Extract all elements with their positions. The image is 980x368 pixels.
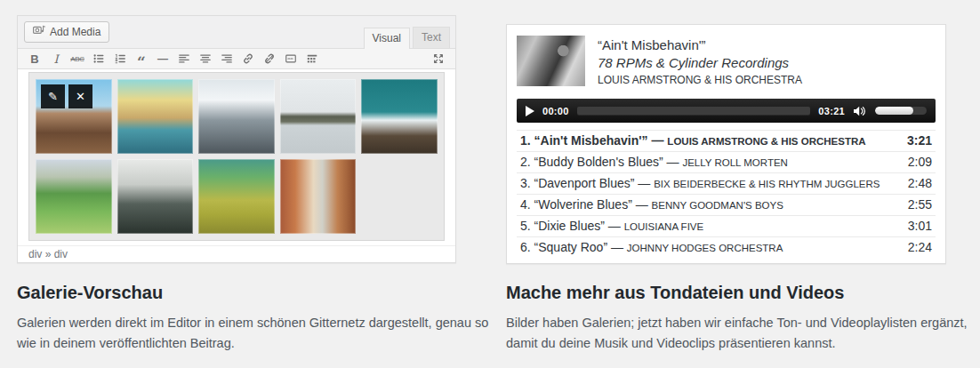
playlist-artist: LOUIS ARMSTRONG & HIS ORCHESTRA	[598, 72, 802, 88]
track-duration: 3:01	[908, 219, 932, 233]
track-title: 5. “Dixie Blues” —	[520, 219, 624, 233]
unlink-icon[interactable]	[260, 51, 279, 68]
track-label: 4. “Wolverine Blues” — BENNY GOODMAN'S B…	[520, 197, 908, 213]
gallery-image-canal-houses[interactable]	[117, 79, 194, 154]
gallery-grid: ✎✕	[28, 72, 445, 241]
track-title: 1. “Ain't Misbehavin'” —	[520, 133, 667, 148]
current-time: 00:00	[542, 106, 569, 116]
playlist-track[interactable]: 2. “Buddy Bolden's Blues” — JELLY ROLL M…	[517, 152, 936, 173]
align-center-icon[interactable]	[196, 51, 215, 68]
track-duration: 2:55	[908, 197, 932, 212]
track-label: 1. “Ain't Misbehavin'” — LOUIS ARMSTRONG…	[520, 133, 907, 149]
more-tag-icon[interactable]	[281, 51, 301, 68]
feature-gallery: Galerie-Vorschau Galerien werden direkt …	[17, 283, 497, 354]
track-artist: LOUIS ARMSTRONG & HIS ORCHESTRA	[667, 136, 865, 147]
track-title: 6. “Squaty Roo” —	[520, 240, 627, 254]
track-artist: JOHNNY HODGES ORCHESTRA	[627, 243, 783, 253]
gallery-image-overlay: ✎✕	[41, 84, 92, 108]
add-media-label: Add Media	[50, 26, 100, 38]
gallery-image-teal-mountain[interactable]	[361, 79, 438, 154]
track-label: 5. “Dixie Blues” — LOUISIANA FIVE	[520, 219, 908, 235]
album-art	[517, 36, 585, 86]
editor-topbar: Add Media Visual Text	[18, 16, 455, 48]
track-duration: 3:21	[907, 133, 932, 148]
fullscreen-icon[interactable]	[429, 51, 448, 68]
track-duration: 2:48	[908, 176, 932, 190]
track-artist: BIX BEIDERBECKE & HIS RHYTHM JUGGLERS	[654, 179, 880, 189]
volume-slider[interactable]	[875, 107, 927, 115]
remove-image-button[interactable]: ✕	[68, 84, 92, 108]
feature-gallery-text: Galerien werden direkt im Editor in eine…	[17, 313, 497, 354]
add-media-icon	[33, 25, 45, 38]
playlist-current-title: “Ain't Misbehavin'”	[598, 36, 802, 54]
gallery-image-foggy-firs[interactable]	[117, 159, 194, 234]
playlist-track[interactable]: 5. “Dixie Blues” — LOUISIANA FIVE3:01	[517, 216, 936, 237]
italic-icon[interactable]: I	[46, 51, 66, 68]
gallery-image-snowy-mountains[interactable]	[198, 79, 275, 154]
gallery-image-green-hills[interactable]	[36, 159, 112, 234]
playlist-track[interactable]: 3. “Davenport Blues” — BIX BEIDERBECKE &…	[517, 173, 936, 195]
track-title: 2. “Buddy Bolden's Blues” —	[520, 155, 682, 169]
feature-gallery-heading: Galerie-Vorschau	[17, 283, 497, 303]
breadcrumb[interactable]: div » div	[28, 248, 68, 260]
gallery-image-narrow-alley[interactable]	[280, 159, 357, 234]
audio-player: 00:00 03:21	[517, 99, 936, 123]
align-left-icon[interactable]	[174, 51, 194, 68]
gallery-image-mossy-tree[interactable]	[198, 159, 275, 234]
add-media-button[interactable]: Add Media	[24, 21, 109, 43]
track-label: 6. “Squaty Roo” — JOHNNY HODGES ORCHESTR…	[520, 240, 908, 256]
gallery-image-lake-treeline[interactable]	[280, 79, 357, 154]
editor-toolbar-icons: BIABC“—	[25, 51, 322, 68]
editor-panel: Add Media Visual Text BIABC“— ✎✕ div » d…	[17, 15, 456, 263]
playlist-panel: “Ain't Misbehavin'” 78 RPMs & Cylinder R…	[506, 24, 946, 264]
playlist-album: 78 RPMs & Cylinder Recordings	[598, 54, 802, 72]
playlist-track[interactable]: 1. “Ain't Misbehavin'” — LOUIS ARMSTRONG…	[517, 131, 936, 152]
editor-toolbar: BIABC“—	[18, 48, 455, 69]
link-icon[interactable]	[238, 51, 258, 68]
speaker-icon[interactable]	[853, 106, 867, 116]
track-label: 3. “Davenport Blues” — BIX BEIDERBECKE &…	[520, 176, 908, 192]
align-right-icon[interactable]	[217, 51, 237, 68]
tab-visual[interactable]: Visual	[364, 28, 410, 49]
numbered-list-icon[interactable]	[110, 51, 130, 68]
progress-bar[interactable]	[577, 107, 811, 115]
track-artist: LOUISIANA FIVE	[624, 221, 703, 232]
horizontal-rule-icon[interactable]: —	[153, 51, 173, 68]
play-button[interactable]	[526, 106, 534, 116]
playlist-track[interactable]: 4. “Wolverine Blues” — BENNY GOODMAN'S B…	[517, 195, 936, 216]
editor-content: ✎✕	[18, 69, 455, 245]
playlist-tracks: 1. “Ain't Misbehavin'” — LOUIS ARMSTRONG…	[517, 130, 936, 258]
track-duration: 2:24	[908, 240, 932, 254]
editor-statusbar: div » div	[18, 245, 455, 262]
track-artist: BENNY GOODMAN'S BOYS	[652, 200, 783, 211]
volume-fill	[875, 107, 913, 115]
playlist-meta: “Ain't Misbehavin'” 78 RPMs & Cylinder R…	[598, 36, 802, 88]
playlist-track[interactable]: 6. “Squaty Roo” — JOHNNY HODGES ORCHESTR…	[517, 237, 936, 258]
tab-text[interactable]: Text	[413, 27, 450, 48]
feature-playlists-heading: Mache mehr aus Tondateien und Videos	[506, 283, 980, 303]
feature-playlists-text: Bilder haben Galerien; jetzt haben wir e…	[506, 313, 980, 354]
bold-icon[interactable]: B	[25, 51, 44, 68]
bulleted-list-icon[interactable]	[89, 51, 108, 68]
toolbar-toggle-icon[interactable]	[302, 51, 322, 68]
track-artist: JELLY ROLL MORTEN	[682, 157, 787, 168]
track-title: 3. “Davenport Blues” —	[520, 176, 654, 190]
blockquote-icon[interactable]: “	[132, 51, 151, 68]
duration: 03:21	[818, 106, 845, 116]
editor-mode-tabs: Visual Text	[364, 27, 450, 48]
track-duration: 2:09	[908, 155, 932, 169]
feature-playlists: Mache mehr aus Tondateien und Videos Bil…	[506, 283, 980, 354]
track-label: 2. “Buddy Bolden's Blues” — JELLY ROLL M…	[520, 155, 908, 171]
playlist-header: “Ain't Misbehavin'” 78 RPMs & Cylinder R…	[517, 36, 936, 88]
track-title: 4. “Wolverine Blues” —	[520, 197, 652, 212]
edit-image-button[interactable]: ✎	[41, 84, 65, 108]
strikethrough-icon[interactable]: ABC	[68, 51, 87, 68]
gallery-image-canyon-landscape[interactable]: ✎✕	[36, 79, 112, 154]
